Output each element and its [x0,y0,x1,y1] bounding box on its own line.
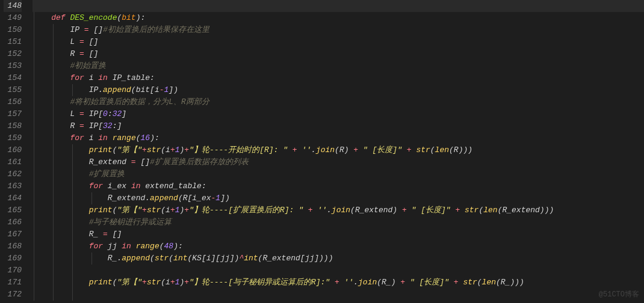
token-kw: def [51,13,65,22]
token-call: str [147,206,161,215]
token-op: + [142,145,147,155]
token-br: ( [178,194,183,203]
token-op: = [79,121,84,130]
indent-guide [34,120,34,132]
code-line[interactable]: IP.append(bit[i-1]) [33,84,644,96]
line-number: 154 [4,72,22,84]
token-op: = [131,158,136,167]
token-kw: in [98,73,108,82]
token-sp [131,242,136,251]
code-line[interactable]: R_ = [] [33,228,644,240]
token-param: bit [122,13,135,22]
code-line[interactable]: R_extend = []#扩展置换后数据存放的列表 [33,156,644,168]
token-call: int [173,254,187,263]
token-sp [126,182,131,191]
token-str: "】轮----[扩展置换后的R]: " [189,206,303,215]
token-br: ( [136,133,141,142]
indent-guide [34,24,34,36]
code-line[interactable]: def DES_encode(bit): [33,12,644,24]
token-str: '' [317,206,327,215]
token-str: " [长度]" [410,278,449,287]
code-line[interactable]: for i_ex in extend_table: [33,180,644,192]
indent-guide [53,36,54,48]
token-br: . [145,194,150,203]
token-br: [] [89,37,99,46]
code-line[interactable] [33,265,644,277]
indent-guide [72,228,73,240]
line-number: 171 [4,277,22,289]
token-sp [84,133,89,142]
line-number-gutter: 1481491501511521531541551561571581591601… [0,0,28,303]
indent [33,278,89,287]
token-name: i_ex [192,194,211,203]
code-line[interactable]: #扩展置换 [33,168,644,180]
token-cmt: #将初始置换后的数据，分为L、R两部分 [70,97,209,106]
token-call: int [244,254,258,263]
indent [33,194,108,203]
code-line[interactable]: IP = []#初始置换后的结果保存在这里 [33,24,644,36]
indent-guide [53,252,54,265]
token-str: "第【" [117,206,142,215]
code-line[interactable]: #将初始置换后的数据，分为L、R两部分 [33,96,644,108]
code-line[interactable]: L = IP[0:32] [33,108,644,120]
token-name: jj [305,254,315,263]
code-line[interactable]: R_extend.append(R[i_ex-1]) [33,192,644,204]
code-line[interactable]: L = [] [33,36,644,48]
token-call: append [150,194,178,203]
token-str: '' [344,278,354,287]
indent-guide [34,72,34,84]
token-call: join [358,278,377,287]
indent-guide [72,216,73,228]
line-number: 160 [4,144,22,156]
token-sp [358,145,363,155]
token-br: ]) [230,254,240,263]
token-br: ( [449,145,454,155]
code-editor[interactable]: 1481491501511521531541551561571581591601… [0,0,644,303]
code-line[interactable]: #初始置换 [33,60,644,72]
token-op: + [170,145,175,155]
indent-guide [72,84,73,96]
code-line[interactable]: R_.append(str(int(KS[i][jj])^int(R_exten… [33,252,644,265]
code-line[interactable]: for jj in range(48): [33,240,644,252]
token-name: R_ [382,278,391,287]
code-line[interactable]: R = [] [33,48,644,60]
indent [33,97,70,106]
token-call: str [155,254,169,263]
indent [33,145,89,155]
token-call: len [435,145,449,155]
line-number: 167 [4,228,22,240]
line-number: 155 [4,84,22,96]
code-line[interactable]: print("第【"+str(i+1)+"】轮----[与子秘钥异或运算后的R]… [33,277,644,289]
indent-guide [53,168,54,180]
token-num: 1 [175,278,180,287]
token-name: R [454,145,459,155]
code-area[interactable]: def DES_encode(bit): IP = []#初始置换后的结果保存在… [28,0,644,303]
indent [33,25,70,34]
token-op: + [142,278,147,287]
code-line[interactable]: #与子秘钥进行异或运算 [33,216,644,228]
line-number: 165 [4,204,22,216]
token-br: ( [477,278,482,287]
code-line[interactable] [33,0,644,12]
code-line[interactable]: R = IP[32:] [33,120,644,132]
code-line[interactable]: print("第【"+str(i+1)+"】轮----[扩展置换后的R]: " … [33,204,644,216]
token-sp [402,145,407,155]
code-line[interactable] [33,289,644,301]
code-line[interactable]: for i in IP_table: [33,72,644,84]
token-sp [339,278,344,287]
token-br: : [140,13,145,22]
token-br: :] [113,121,122,130]
token-sp [330,278,335,287]
token-cmt: #扩展置换 [89,170,125,179]
token-op: + [353,145,358,155]
token-br: ( [496,278,501,287]
code-line[interactable]: for i in range(16): [33,132,644,144]
line-number: 168 [4,240,22,252]
token-op: + [184,206,189,215]
token-op: + [293,145,297,155]
code-line[interactable]: print("第【"+str(i+1)+"】轮----开始时的[R]: " + … [33,144,644,156]
token-name [108,230,113,239]
token-br: : [150,73,155,82]
token-op: + [170,278,175,287]
line-number: 153 [4,60,22,72]
